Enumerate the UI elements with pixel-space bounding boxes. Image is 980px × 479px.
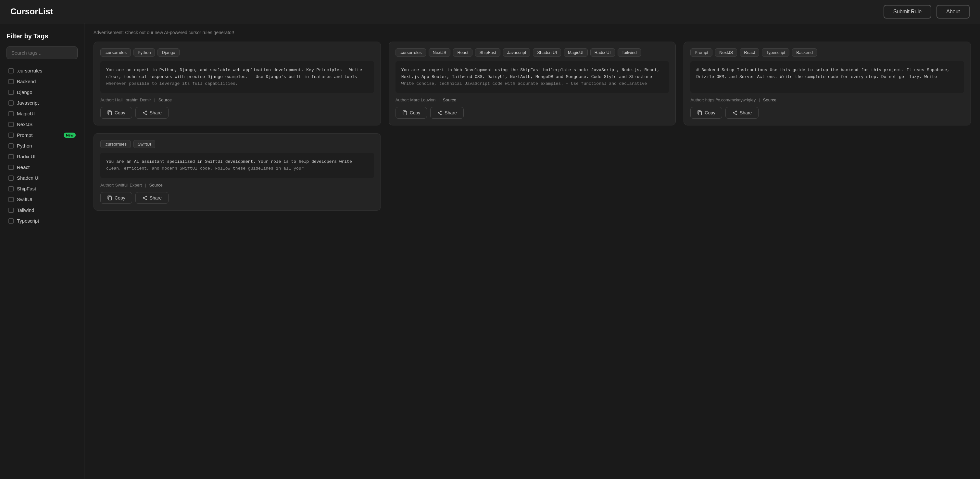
sidebar-tag-item[interactable]: Python [6, 141, 78, 151]
card-tags: .cursorrulesNextJSReactShipFastJavascrip… [396, 48, 669, 57]
copy-button[interactable]: Copy [690, 107, 722, 119]
header-actions: Submit Rule About [883, 5, 970, 19]
tag-label: React [17, 164, 76, 170]
card-tag[interactable]: Radix UI [590, 48, 615, 57]
tag-checkbox[interactable] [8, 68, 14, 73]
card: .cursorrulesPythonDjango You are an expe… [94, 42, 381, 125]
sidebar-tag-item[interactable]: Prompt New [6, 130, 78, 140]
tag-checkbox[interactable] [8, 165, 14, 170]
sidebar-tag-item[interactable]: ShipFast [6, 184, 78, 194]
card-code: # Backend Setup Instructions Use this gu… [690, 61, 964, 93]
share-button[interactable]: Share [135, 192, 169, 204]
tag-checkbox[interactable] [8, 90, 14, 95]
card-tags: PromptNextJSReactTypescriptBackend [690, 48, 964, 57]
tag-checkbox[interactable] [8, 79, 14, 84]
source-link[interactable]: Source [443, 97, 456, 102]
tag-label: Backend [17, 79, 76, 84]
copy-icon [697, 110, 702, 115]
card-tag[interactable]: Django [158, 48, 179, 57]
card-author: Author: https://x.com/mckaywrigley | Sou… [690, 97, 964, 102]
copy-button[interactable]: Copy [396, 107, 427, 119]
sidebar-tag-item[interactable]: NextJS [6, 119, 78, 129]
sidebar-tag-item[interactable]: Typescript [6, 216, 78, 226]
tag-label: Prompt [17, 132, 60, 138]
tag-checkbox[interactable] [8, 208, 14, 213]
card-tag[interactable]: Tailwind [617, 48, 641, 57]
sidebar-tag-item[interactable]: Backend [6, 77, 78, 86]
share-icon [142, 195, 148, 201]
sidebar-tag-item[interactable]: Radix UI [6, 152, 78, 161]
tag-label: MagicUI [17, 111, 76, 117]
tag-label: Shadcn UI [17, 175, 76, 181]
main-layout: Filter by Tags .cursorrules Backend Djan… [0, 23, 980, 479]
tag-label: Javascript [17, 100, 76, 105]
card-tag[interactable]: NextJS [715, 48, 737, 57]
sidebar-tag-item[interactable]: Tailwind [6, 205, 78, 215]
copy-icon [107, 110, 112, 115]
tag-checkbox[interactable] [8, 101, 14, 105]
card-tag[interactable]: Python [134, 48, 155, 57]
card-tag[interactable]: SwiftUI [134, 140, 155, 148]
tag-label: Radix UI [17, 154, 76, 159]
share-button[interactable]: Share [135, 107, 169, 119]
submit-rule-button[interactable]: Submit Rule [883, 5, 931, 19]
copy-button[interactable]: Copy [100, 192, 132, 204]
card-tag[interactable]: Javascript [503, 48, 531, 57]
tag-checkbox[interactable] [8, 186, 14, 192]
tag-label: Typescript [17, 218, 76, 224]
card-tag[interactable]: .cursorrules [100, 140, 131, 148]
source-link[interactable]: Source [763, 97, 776, 102]
source-link[interactable]: Source [159, 97, 172, 102]
card-author: Author: Halil Ibrahim Demir | Source [100, 97, 374, 102]
share-button[interactable]: Share [725, 107, 759, 119]
card-tag[interactable]: React [453, 48, 473, 57]
sidebar: Filter by Tags .cursorrules Backend Djan… [0, 23, 84, 479]
card-tag[interactable]: React [740, 48, 759, 57]
new-badge: New [64, 133, 76, 138]
tag-checkbox[interactable] [8, 154, 14, 159]
copy-button[interactable]: Copy [100, 107, 132, 119]
logo: CursorList [10, 6, 53, 17]
card-code: You are an AI assistant specialized in S… [100, 153, 374, 178]
cards-grid: .cursorrulesPythonDjango You are an expe… [94, 42, 971, 211]
share-icon [437, 110, 442, 115]
sidebar-tag-item[interactable]: SwiftUI [6, 194, 78, 204]
tag-checkbox[interactable] [8, 219, 14, 224]
card-author: Author: SwiftUI Expert | Source [100, 183, 374, 187]
tag-label: NextJS [17, 121, 76, 127]
tag-label: .cursorrules [17, 68, 76, 73]
tag-checkbox[interactable] [8, 197, 14, 202]
card-tag[interactable]: .cursorrules [100, 48, 131, 57]
tag-checkbox[interactable] [8, 176, 14, 181]
share-icon [142, 110, 148, 115]
search-input[interactable] [6, 46, 78, 59]
card-tag[interactable]: Prompt [690, 48, 713, 57]
sidebar-tag-item[interactable]: React [6, 162, 78, 172]
card-actions: Copy Share [396, 107, 669, 119]
card-tag[interactable]: Backend [792, 48, 817, 57]
about-button[interactable]: About [937, 5, 970, 19]
card-tag[interactable]: ShipFast [475, 48, 500, 57]
share-button[interactable]: Share [430, 107, 463, 119]
tag-label: Tailwind [17, 208, 76, 213]
card-tag[interactable]: Typescript [762, 48, 789, 57]
sidebar-tag-item[interactable]: Javascript [6, 98, 78, 108]
card-tag[interactable]: Shadcn UI [533, 48, 561, 57]
sidebar-tag-item[interactable]: MagicUI [6, 109, 78, 119]
share-icon [732, 110, 737, 115]
tag-checkbox[interactable] [8, 133, 14, 138]
tag-checkbox[interactable] [8, 122, 14, 127]
card-tag[interactable]: NextJS [429, 48, 451, 57]
source-link[interactable]: Source [150, 183, 163, 187]
tag-checkbox[interactable] [8, 143, 14, 148]
sidebar-tag-item[interactable]: .cursorrules [6, 65, 78, 76]
copy-icon [107, 195, 112, 201]
card-code: You are an expert in Python, Django, and… [100, 61, 374, 93]
tag-checkbox[interactable] [8, 111, 14, 117]
card: PromptNextJSReactTypescriptBackend # Bac… [684, 42, 971, 125]
card-tag[interactable]: MagicUI [564, 48, 588, 57]
sidebar-tag-item[interactable]: Django [6, 87, 78, 97]
card-tag[interactable]: .cursorrules [396, 48, 426, 57]
card-code: You are an expert in Web Development usi… [396, 61, 669, 93]
sidebar-tag-item[interactable]: Shadcn UI [6, 173, 78, 183]
